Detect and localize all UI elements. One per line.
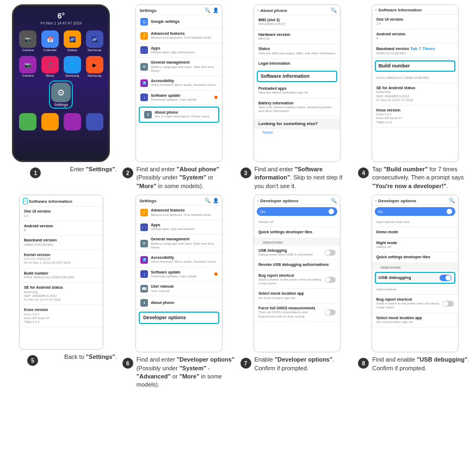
baseband-text-step5: Baseband version G960C2CSCBC9R2 (24, 238, 98, 247)
bug-report-sub-step8: Show a button in the power menu for taki… (376, 302, 440, 309)
auth-item-step8: authorisations (372, 285, 458, 295)
back-arrow-step7[interactable]: ‹ (257, 198, 259, 203)
android-step5: Android version 9 (20, 221, 103, 236)
bottom-row: ‹ Software information One UI version 1.… (0, 192, 476, 394)
one-ui-item: One UI version 1.0 (372, 15, 458, 29)
accessibility-text-step6: Accessibility Voice Assistant, Mono audi… (151, 256, 218, 264)
quick-tiles-label-step8: Quick settings developer tiles (376, 255, 454, 259)
looking-for-section: Looking for something else? (254, 119, 340, 129)
force-gnss-text: Force full GNSS measurements Track all G… (258, 306, 322, 319)
mock-location-label-step8: Select mock location app (376, 316, 454, 320)
advanced-features-item: ⚡ Advanced features Motions and gestures… (136, 29, 222, 43)
advanced-features-label: Advanced features (151, 32, 218, 36)
se-android-label: SE for Android status (376, 86, 454, 90)
one-ui-value-step5: 1.0 (24, 214, 98, 218)
accessibility-sub-step6: Voice Assistant, Mono audio, Assistant m… (151, 260, 218, 264)
header-icons-step6: 🔍 👤 (205, 198, 219, 203)
profile-icon[interactable]: 👤 (213, 8, 219, 13)
general-mgmt-sub: Battery, Language and input, Date and ti… (151, 65, 218, 73)
apps-step6: ⋮⋮ Apps Default apps, App permissions (136, 220, 222, 235)
knox-item-step4: Knox version Knox 3.2.1Knox API level 27… (372, 105, 458, 128)
profile-icon-step6[interactable]: 👤 (213, 198, 219, 203)
advanced-features-step6: ⚡ Advanced features Motions and gestures… (136, 206, 222, 220)
usb-debug-text-step8: USB debugging (379, 275, 440, 281)
usb-debug-item: USB debugging Debug mode when USB is con… (254, 246, 340, 260)
step-3-desc-row: 3 Find and enter "Software information".… (240, 165, 354, 190)
demo-mode-item: Demo mode (372, 227, 458, 238)
search-icon[interactable]: 🔍 (205, 8, 211, 13)
build-number-value: XXXX.180618.011.G960CZCBC9R2 (376, 76, 454, 80)
back-arrow-step8[interactable]: ‹ (375, 198, 377, 203)
apps-text-step6: Apps Default apps, App permissions (151, 223, 218, 232)
software-update-icon: ↓ (140, 94, 148, 101)
google-settings-text: Google settings (151, 20, 218, 24)
force-gnss-sub: Track all GNSS constellations and freque… (258, 310, 322, 318)
reset-link[interactable]: Reset (258, 129, 277, 136)
developer-toggle-on[interactable]: On (257, 207, 337, 216)
toggle-on-step8[interactable]: On (375, 207, 455, 216)
advanced-features-icon: ⚡ (140, 32, 148, 40)
search-icon-step7[interactable]: 🔍 (331, 198, 337, 203)
bug-report-label: Bug report shortcut (258, 273, 322, 278)
search-icon-step3[interactable]: 🔍 (331, 8, 337, 13)
step-3-number: 3 (240, 167, 251, 178)
build-label-step5: Build number (24, 271, 98, 276)
search-icon-step6[interactable]: 🔍 (205, 198, 211, 203)
sw-update-sub-step6: Download updates, Last update (151, 275, 212, 278)
preloaded-apps-label: Preloaded apps (258, 86, 336, 91)
advanced-features-sub: Motions and gestures, One-handed mode (151, 36, 218, 40)
step-6-number: 6 (122, 358, 133, 369)
build-number-highlight[interactable]: Build number (375, 60, 455, 72)
mock-location-sub-step8: No mock location app set (376, 320, 454, 324)
step-8-number: 8 (358, 358, 369, 369)
app-icon-4: 🌌 Samsung (84, 30, 105, 52)
status-value: View the SIM card status, IMEI, and othe… (258, 52, 336, 55)
back-arrow-step4[interactable]: ‹ (375, 8, 377, 13)
adv-features-label-step6: Advanced features (151, 208, 218, 213)
bug-toggle-dot (325, 277, 330, 282)
app-icon-1: 📷 Camera (17, 30, 38, 52)
step-5-number: 5 (27, 355, 38, 366)
usb-debug-toggle[interactable] (325, 250, 336, 256)
app-icon-10 (40, 113, 60, 130)
gnss-toggle[interactable] (325, 309, 336, 315)
user-manual-icon-step6: 📖 (140, 285, 148, 293)
hw-version-text: Hardware version MP0.9A (258, 33, 336, 41)
app-icon-2: 📅 Calendar (40, 30, 60, 52)
about-phone-label: About phone (154, 110, 214, 115)
developer-options-highlight[interactable]: Developer options (139, 312, 219, 324)
force-gnss-label: Force full GNSS measurements (258, 306, 322, 310)
usb-debug-toggle-step8[interactable] (440, 275, 452, 281)
apps-label: Apps (151, 46, 218, 51)
quick-settings-tiles-label: Quick settings developer tiles (258, 230, 336, 234)
always-off-text: Always off (258, 220, 336, 224)
night-mode-sub: Always off (376, 245, 454, 249)
usb-debug-sub: Debug mode when USB is connected (258, 253, 322, 257)
night-mode-label: Night mode (376, 241, 454, 245)
usb-debug-highlight[interactable]: USB debugging (375, 272, 455, 284)
bug-report-toggle[interactable] (325, 277, 336, 283)
bug-report-toggle-step8[interactable] (443, 301, 454, 307)
search-icon-step8[interactable]: 🔍 (449, 198, 455, 203)
about-phone-item[interactable]: ℹ About phone Sim & Legal information, P… (140, 108, 218, 122)
app-icon-7: 🌐 Samsung (62, 56, 83, 77)
about-phone-text: About phone Sim & Legal information, Pho… (154, 110, 214, 119)
revoke-usb-text: Revoke USB debugging authorisations (258, 263, 336, 267)
accessibility-label: Accessibility (151, 79, 218, 83)
software-info-highlight[interactable]: Software information (257, 71, 337, 82)
phone-screen-step1: 6° Fri Nov 1 14:47:47 2019 📷 Camera 📅 Ca… (14, 6, 108, 160)
back-nav-step8: ‹ Developer options (375, 198, 416, 203)
user-manual-text-step6: User manual User manual (151, 284, 218, 293)
apps-sub-step6: Default apps, App permissions (151, 227, 218, 231)
about-phone-highlight[interactable]: ℹ About phone Sim & Legal information, P… (139, 107, 219, 123)
back-btn-step5[interactable]: ‹ (23, 198, 28, 204)
google-settings-item: G Google settings (136, 15, 222, 29)
baseband-value-step5: G960C2CSCBC9R2 (24, 243, 98, 247)
back-arrow-step3[interactable]: ‹ (257, 8, 259, 13)
settings-highlight[interactable]: ⚙ Settings (49, 80, 73, 109)
debugging-section-step8: Debugging (372, 263, 458, 271)
build-text-step5: Build number PPR1.180610.011.G960CZBC9R2 (24, 271, 98, 280)
app-icon-6: 🎵 Music (40, 56, 60, 77)
hw-version-label: Hardware version (258, 33, 336, 37)
preloaded-apps-item: Preloaded apps View the default preloade… (254, 84, 340, 98)
